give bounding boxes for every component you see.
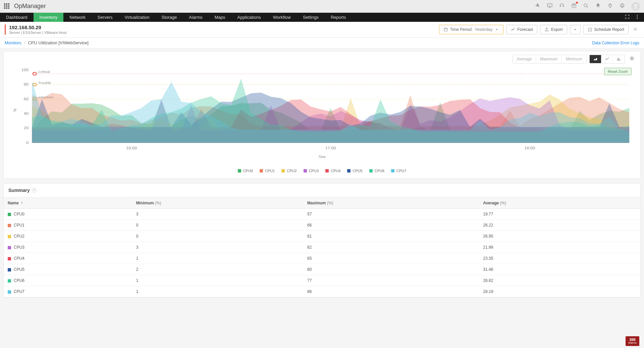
chart-panel: Average Maximum Minimum Reset Zoom 02040…: [3, 51, 641, 179]
legend-cpu3[interactable]: CPU3: [304, 169, 319, 173]
nav-network[interactable]: Network: [63, 13, 92, 22]
nav-workflow[interactable]: Workflow: [267, 13, 297, 22]
export-dropdown[interactable]: [570, 25, 581, 34]
main-nav: DashboardInventoryNetworkServersVirtuali…: [0, 13, 644, 22]
stat-minimum[interactable]: Minimum: [562, 55, 586, 63]
svg-text:80: 80: [24, 82, 29, 87]
svg-text:100: 100: [21, 68, 29, 72]
forecast-icon: [511, 27, 515, 32]
svg-point-16: [33, 72, 36, 75]
svg-text:17:00: 17:00: [325, 146, 336, 150]
svg-text:40: 40: [24, 111, 29, 116]
col-maximum[interactable]: Maximum (%): [303, 197, 479, 209]
svg-text:20: 20: [24, 126, 29, 130]
svg-text:18:00: 18:00: [524, 146, 535, 150]
breadcrumb-current: CPU Utilization [VIWebService]: [28, 40, 88, 45]
forecast-button[interactable]: Forecast: [506, 25, 537, 34]
search-icon[interactable]: [583, 3, 589, 10]
calendar-icon: [443, 27, 448, 32]
col-minimum[interactable]: Minimum (%): [132, 197, 303, 209]
svg-point-4: [637, 18, 638, 19]
export-icon: [544, 27, 549, 32]
nav-storage[interactable]: Storage: [156, 13, 183, 22]
svg-text:Trouble: Trouble: [38, 81, 51, 85]
close-icon[interactable]: [631, 25, 639, 34]
fullscreen-icon[interactable]: [625, 14, 630, 20]
area-chart-view[interactable]: [590, 55, 601, 63]
bar-chart-view[interactable]: [613, 55, 625, 63]
reset-zoom-button[interactable]: Reset Zoom: [604, 68, 632, 75]
legend-cpu7[interactable]: CPU7: [391, 169, 406, 173]
nav-virtualization[interactable]: Virtualization: [119, 13, 156, 22]
presentation-icon[interactable]: [547, 3, 553, 10]
rocket-icon[interactable]: [535, 3, 541, 10]
table-row: CPU336221.99: [4, 242, 640, 253]
summary-panel: Summary ? Name Minimum (%) Maximum (%) A…: [3, 183, 641, 298]
table-row: CPU718628.19: [4, 286, 640, 297]
line-chart-view[interactable]: [601, 55, 613, 63]
nav-servers[interactable]: Servers: [92, 13, 119, 22]
schedule-report-button[interactable]: Schedule Report: [583, 25, 629, 34]
bell-icon[interactable]: [595, 3, 601, 10]
chevron-down-icon: [494, 27, 499, 32]
schedule-icon: [588, 27, 592, 32]
svg-text:%: %: [12, 108, 17, 112]
time-period-dropdown[interactable]: Time Period: Yesterday: [439, 25, 504, 34]
nav-inventory[interactable]: Inventory: [34, 13, 63, 22]
nav-maps[interactable]: Maps: [209, 13, 231, 22]
legend-cpu4[interactable]: CPU4: [325, 169, 340, 173]
summary-title: Summary: [8, 188, 30, 193]
svg-point-1: [635, 4, 637, 6]
svg-rect-5: [444, 28, 447, 31]
table-row: CPU035719.77: [4, 209, 640, 220]
plug-icon[interactable]: [607, 3, 613, 10]
nav-alarms[interactable]: Alarms: [183, 13, 208, 22]
table-row: CPU528031.46: [4, 264, 640, 275]
breadcrumb-bar: Monitors / CPU Utilization [VIWebService…: [0, 38, 644, 48]
svg-point-7: [631, 58, 633, 59]
gear-icon[interactable]: [619, 3, 625, 10]
topbar: OpManager: [0, 0, 644, 13]
help-icon[interactable]: ?: [32, 188, 37, 193]
headset-icon[interactable]: [559, 3, 565, 10]
avatar[interactable]: [631, 2, 640, 11]
more-icon[interactable]: [635, 14, 640, 20]
col-average[interactable]: Average (%): [479, 197, 640, 209]
device-ip: 192.168.50.29: [9, 24, 66, 30]
chart-settings-icon[interactable]: [628, 54, 636, 64]
topbar-icons: [535, 2, 640, 11]
stat-toggle-group: Average Maximum Minimum: [513, 55, 587, 63]
table-row: CPU416523.35: [4, 253, 640, 264]
data-collection-error-link[interactable]: Data Collection Error Logs: [592, 41, 639, 45]
table-row: CPU106626.22: [4, 220, 640, 231]
table-row: CPU208126.95: [4, 231, 640, 242]
summary-table: Name Minimum (%) Maximum (%) Average (%)…: [4, 197, 640, 297]
breadcrumb-monitors[interactable]: Monitors: [5, 40, 21, 45]
table-row: CPU617726.82: [4, 275, 640, 286]
svg-text:Critical: Critical: [38, 70, 50, 73]
x-axis-title: Time: [10, 155, 634, 159]
nav-applications[interactable]: Applications: [231, 13, 267, 22]
export-button[interactable]: Export: [540, 25, 567, 34]
cpu-chart: 020406080100%CriticalTroubleAttention16:…: [10, 66, 634, 154]
stat-maximum[interactable]: Maximum: [536, 55, 562, 63]
nav-reports[interactable]: Reports: [325, 13, 352, 22]
stat-average[interactable]: Average: [513, 55, 536, 63]
svg-text:0: 0: [26, 141, 29, 145]
gift-icon[interactable]: [571, 3, 577, 10]
legend-cpu2[interactable]: CPU2: [281, 169, 297, 173]
chart-view-toggle: [589, 55, 625, 63]
legend-cpu0[interactable]: CPU0: [238, 169, 253, 173]
svg-point-0: [584, 4, 587, 7]
legend-cpu5[interactable]: CPU5: [347, 169, 362, 173]
svg-text:16:00: 16:00: [126, 146, 137, 150]
nav-settings[interactable]: Settings: [297, 13, 325, 22]
svg-point-2: [637, 15, 638, 16]
apps-grid-icon[interactable]: [4, 3, 10, 9]
col-name[interactable]: Name: [4, 197, 132, 209]
nav-dashboard[interactable]: Dashboard: [0, 13, 34, 22]
legend-cpu6[interactable]: CPU6: [369, 169, 384, 173]
sort-icon: [20, 201, 23, 205]
legend-cpu1[interactable]: CPU1: [260, 169, 275, 173]
product-name: OpManager: [14, 3, 46, 10]
